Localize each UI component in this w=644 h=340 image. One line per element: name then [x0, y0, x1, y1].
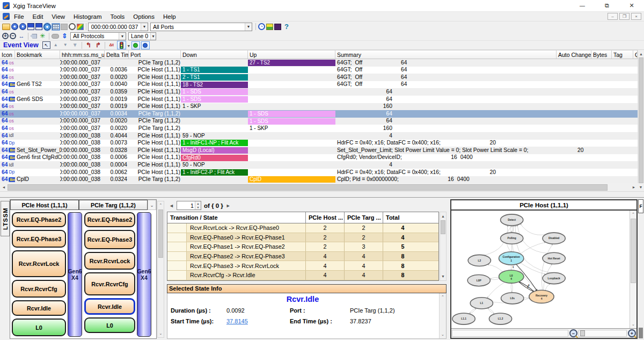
ltssm-state-diagram[interactable]: 134DetectPollingConfiguration1DisabledHo… — [451, 211, 630, 328]
jump-back-icon[interactable] — [84, 41, 93, 49]
menu-edit[interactable]: Edit — [28, 13, 48, 20]
mdi-minimize-button[interactable]: – — [608, 13, 618, 20]
state-node-l0s[interactable]: L0s — [501, 293, 524, 304]
pager-next-icon[interactable]: ► — [226, 203, 231, 208]
ltssm-dropdown-icon[interactable] — [148, 200, 156, 210]
menu-options[interactable]: Options — [129, 13, 159, 20]
ltssm-state-rcvr-rcvrlock[interactable]: Rcvr.RcvrLock — [84, 252, 135, 270]
vertical-scroll-thumb[interactable] — [639, 57, 643, 183]
search-icon[interactable] — [52, 34, 59, 39]
delta-icon[interactable] — [107, 41, 116, 49]
mdi-close-button[interactable]: × — [631, 13, 641, 20]
pager-spinner[interactable]: 1 ▲▼ — [177, 201, 201, 210]
table-row[interactable]: 64BmGen6 first CfgRd0000:00:00.000_0380.… — [0, 154, 638, 162]
ltssm-scrollbar[interactable]: ⌃ ⌄ — [157, 201, 164, 338]
transition-scroll-down-icon[interactable]: ▼ — [440, 273, 446, 280]
ltssm-state-rcvr-idle[interactable]: Rcvr.Idle — [84, 298, 135, 315]
scroll-left-icon[interactable]: ◄ — [0, 183, 8, 191]
state-node-l0p[interactable]: L0P — [467, 275, 490, 286]
diagram-zoom-out-icon[interactable]: − — [569, 329, 577, 337]
transition-scroll-up-icon[interactable]: ▲ — [440, 212, 446, 220]
diagram-scroll-up-icon[interactable]: ⌃ — [630, 211, 636, 218]
zoom-out-icon[interactable] — [10, 33, 16, 39]
strip-scroll-thumb[interactable] — [639, 328, 643, 338]
table-row[interactable]: 64os000:00:00.000_0370.0034PCIe Targ (1,… — [0, 110, 638, 118]
column-header-down[interactable]: Down — [181, 50, 248, 59]
lane-dropdown-icon[interactable] — [150, 33, 156, 40]
transition-row[interactable]: Rcvr.EQ-Phase1 -> Rcvr.EQ-Phase2235 — [167, 242, 438, 252]
up-icon[interactable] — [52, 41, 60, 49]
export-2-icon[interactable] — [19, 23, 26, 30]
table-row[interactable]: 64os000:00:00.000_0370.0359PCIe Host (1,… — [0, 88, 638, 96]
traffic-light-icon[interactable] — [117, 41, 126, 49]
column-header-qu[interactable]: Qu — [633, 50, 638, 59]
table-row[interactable]: 64Idl000:00:00.000_0380.4044PCIe Host (1… — [0, 132, 638, 140]
state-node-hot reset[interactable]: Hot Reset — [543, 252, 565, 264]
table-row[interactable]: 64BmGen6 SDS000:00:00.000_0370.0019PCIe … — [0, 96, 638, 103]
menu-tools[interactable]: Tools — [106, 13, 129, 20]
state-node-recovery[interactable]: Recovery4 — [529, 290, 554, 303]
scroll-up-icon[interactable]: ▲ — [638, 50, 644, 57]
horizontal-scroll-thumb[interactable] — [8, 184, 608, 191]
column-header-bm[interactable]: Bookmark — [15, 50, 60, 59]
pager-previous-icon[interactable]: ◄ — [169, 203, 174, 208]
save-as-icon[interactable] — [35, 23, 42, 30]
transition-row[interactable]: Rcvr.RcvrLock -> Rcvr.EQ-Phase0224 — [167, 223, 438, 233]
down-icon[interactable] — [61, 41, 70, 49]
close-button[interactable] — [619, 0, 644, 11]
diagram-scroll-thumb[interactable] — [631, 219, 636, 283]
ltssm-port-header-1[interactable]: PCIe Targ (1,1,2) — [79, 200, 148, 210]
table-row[interactable]: 64os000:00:00.000_0370.0020PCIe Host (1,… — [0, 74, 638, 81]
state-node-configuration[interactable]: Configuration1 — [499, 252, 524, 265]
restore-button[interactable] — [595, 0, 619, 11]
pager-spin-up-icon[interactable]: ▲ — [195, 201, 201, 206]
host-column-header[interactable]: PCIe Host ... — [305, 212, 344, 223]
pager-spin-down-icon[interactable]: ▼ — [195, 206, 201, 210]
state-node-detect[interactable]: Detect — [501, 214, 523, 226]
transition-column-header[interactable]: Transition / State — [167, 214, 305, 221]
start-time-link[interactable]: 37.8145 — [226, 318, 290, 324]
transition-table-scrollbar[interactable]: ▲ ▼ — [440, 212, 447, 281]
column-header-sum[interactable]: Summary — [335, 50, 557, 59]
transition-row[interactable]: Rcvr.EQ-Phase2 -> Rcvr.EQ-Phase3448 — [167, 252, 438, 262]
table-row[interactable]: 64Dp000:00:00.000_0380.0073PCIe Host (1,… — [0, 140, 638, 147]
ltssm-state-rcvr-eq-phase3[interactable]: Rcvr.EQ-Phase3 — [12, 230, 66, 248]
ltssm-scroll-thumb[interactable] — [158, 209, 163, 258]
save-icon[interactable] — [27, 23, 34, 30]
event-table-horizontal-scrollbar[interactable]: ◄ ► — [0, 183, 638, 191]
table-row[interactable]: 64os000:00:00.000_0370.0020PCIe Targ (1,… — [0, 118, 638, 125]
lane-combobox[interactable]: Lane 0 — [128, 32, 156, 40]
state-node-l1-2[interactable]: L1.2 — [489, 313, 511, 324]
menu-help[interactable]: Help — [159, 13, 180, 20]
chart-icon[interactable] — [77, 24, 84, 30]
diagram-zoom-slider[interactable] — [579, 330, 627, 337]
state-info-scroll-down-icon[interactable]: ⌄ — [440, 331, 446, 338]
export-1-icon[interactable] — [11, 23, 18, 30]
tag-icon[interactable] — [31, 34, 37, 39]
ltssm-scroll-down-icon[interactable]: ⌄ — [158, 330, 164, 337]
mdi-restore-button[interactable]: ❐ — [619, 13, 630, 20]
ltssm-state-rcvr-rcvrlock[interactable]: Rcvr.RcvrLock — [12, 250, 66, 277]
total-column-header[interactable]: Total — [383, 212, 422, 223]
collapsed-panel-tab[interactable]: F — [638, 199, 643, 213]
event-table-vertical-scrollbar[interactable]: ▲ — [638, 50, 644, 183]
panel-splitter[interactable] — [0, 191, 644, 197]
protocols-combobox[interactable]: All Protocols — [70, 32, 126, 40]
table-row[interactable]: 64BmCplD000:00:00.000_0380.0324PCIe Targ… — [0, 176, 638, 184]
column-header-icon[interactable]: Icon — [0, 50, 15, 59]
minimize-button[interactable] — [570, 0, 595, 11]
zoom-slider-thumb[interactable] — [580, 330, 585, 336]
ltssm-state-rcvr-eq-phase3[interactable]: Rcvr.EQ-Phase3 — [84, 230, 135, 249]
filter-icon[interactable] — [71, 41, 79, 49]
fit-width-icon[interactable] — [17, 32, 26, 40]
column-header-tag[interactable]: Tag — [612, 50, 633, 59]
state-info-scroll-up-icon[interactable]: ⌃ — [440, 293, 446, 301]
ports-combobox[interactable]: All Ports — [150, 23, 252, 31]
diagram-zoom-in-icon[interactable]: + — [628, 329, 636, 337]
ports-dropdown-icon[interactable] — [245, 23, 252, 31]
state-node-disabled[interactable]: Disabled — [543, 233, 565, 244]
table-row[interactable]: 64BmGen6 TS2000:00:00.000_0370.0040PCIe … — [0, 81, 638, 89]
ltssm-state-rcvr-eq-phase2[interactable]: Rcvr.EQ-Phase2 — [12, 212, 66, 227]
ltssm-tab[interactable]: LTSSM — [1, 201, 10, 236]
state-info-scrollbar[interactable]: ⌃ ⌄ — [439, 293, 446, 338]
